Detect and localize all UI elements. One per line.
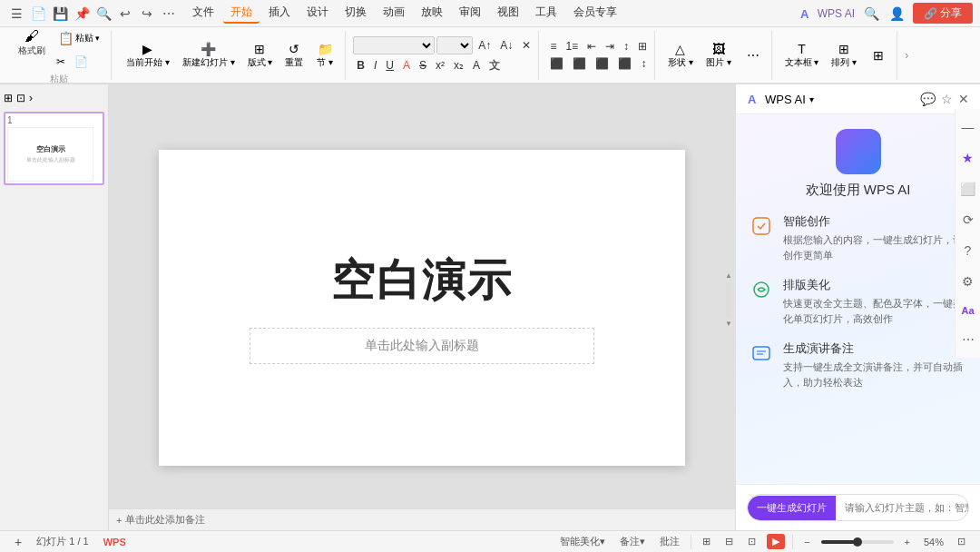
panel-chevron[interactable]: ›: [29, 92, 33, 104]
canvas-scrollbar[interactable]: ▲ ▼: [724, 271, 733, 344]
ai-side-star-icon[interactable]: ★: [958, 147, 977, 169]
text-effect-btn[interactable]: 文: [485, 57, 504, 74]
scroll-up[interactable]: ▲: [725, 271, 732, 280]
numbered-list-btn[interactable]: 1≡: [562, 39, 582, 54]
search-global-icon[interactable]: 🔍: [862, 5, 880, 23]
format-painter-btn[interactable]: 🖌 格式刷: [13, 25, 51, 61]
ai-star-icon[interactable]: ☆: [941, 92, 953, 106]
textbox-btn[interactable]: T 文本框 ▾: [779, 35, 825, 75]
scroll-track[interactable]: [726, 281, 731, 318]
present-btn[interactable]: ▶: [767, 534, 785, 549]
ai-dropdown-icon[interactable]: ▾: [809, 94, 814, 104]
fill-color-btn[interactable]: A: [469, 58, 484, 73]
ai-side-text-icon[interactable]: Aa: [957, 301, 977, 320]
subscript-btn[interactable]: x₂: [450, 58, 467, 73]
shapes-btn[interactable]: △ 形状 ▾: [662, 35, 699, 75]
underline-btn[interactable]: U: [382, 58, 397, 73]
search-icon[interactable]: 🔍: [94, 5, 113, 23]
zoom-out-btn[interactable]: −: [800, 535, 813, 549]
ai-side-settings-icon[interactable]: ⚙: [958, 271, 977, 292]
images-btn[interactable]: 🖼 图片 ▾: [701, 35, 737, 75]
menu-member[interactable]: 会员专享: [566, 3, 624, 24]
menu-start[interactable]: 开始: [223, 3, 260, 24]
pin-icon[interactable]: 📌: [73, 5, 91, 23]
ai-side-copy-icon[interactable]: ⬜: [956, 178, 979, 200]
panel-view-icon[interactable]: ⊡: [16, 92, 25, 104]
decrease-indent-btn[interactable]: ⇤: [583, 39, 600, 54]
align-center-btn[interactable]: ⬛: [569, 56, 590, 71]
new-icon[interactable]: 📄: [29, 5, 47, 23]
add-slide-btn[interactable]: +: [11, 533, 25, 551]
new-slide-btn[interactable]: ➕ 新建幻灯片 ▾: [177, 37, 240, 74]
bullet-list-btn[interactable]: ≡: [546, 39, 560, 54]
menu-animation[interactable]: 动画: [376, 3, 412, 24]
ribbon-collapse-btn[interactable]: ›: [905, 49, 908, 62]
wps-ai-title-btn[interactable]: A WPS AI: [799, 6, 855, 21]
menu-tools[interactable]: 工具: [528, 3, 564, 24]
paste-btn[interactable]: 📋 粘贴 ▾: [53, 25, 105, 52]
strikethrough-btn[interactable]: S: [416, 58, 430, 73]
increase-indent-btn[interactable]: ⇥: [602, 39, 618, 54]
ai-close-icon[interactable]: ✕: [958, 92, 969, 106]
menu-view[interactable]: 视图: [490, 3, 526, 24]
align-right-btn[interactable]: ⬛: [592, 56, 612, 71]
ai-side-refresh-icon[interactable]: ⟳: [959, 209, 977, 231]
zoom-slider[interactable]: [821, 540, 894, 544]
save-icon[interactable]: 💾: [51, 5, 69, 23]
arrange-btn[interactable]: ⊞ 排列 ▾: [826, 35, 862, 75]
more-btn[interactable]: ⊞: [864, 35, 893, 75]
slide-thumbnail-1[interactable]: 1 空白演示 单击此处输入副标题: [4, 112, 104, 185]
menu-design[interactable]: 设计: [299, 3, 336, 24]
slide-title[interactable]: 空白演示: [331, 251, 513, 310]
section-btn[interactable]: 📁 节 ▾: [310, 37, 339, 74]
more-icon[interactable]: ⋯: [160, 5, 178, 23]
ai-topic-input[interactable]: [836, 497, 969, 518]
panel-grid-icon[interactable]: ⊞: [4, 92, 13, 104]
undo-icon[interactable]: ↩: [116, 5, 134, 23]
comment-btn[interactable]: 批注: [656, 533, 683, 550]
wps-status-logo[interactable]: WPS: [100, 535, 130, 549]
align-left-btn[interactable]: ⬛: [546, 56, 567, 71]
font-family-select[interactable]: [353, 36, 435, 54]
font-color-btn[interactable]: A: [399, 58, 414, 73]
fit-page-btn[interactable]: ⊡: [954, 534, 969, 549]
reset-btn[interactable]: ↺ 重置: [279, 37, 309, 74]
text-direction-btn[interactable]: ↕: [637, 56, 650, 71]
decrease-font-btn[interactable]: A↓: [496, 38, 516, 53]
notes-btn[interactable]: 备注▾: [616, 533, 649, 550]
account-icon[interactable]: 👤: [887, 5, 906, 23]
current-layout-btn[interactable]: ▶ 当前开始 ▾: [121, 37, 175, 74]
font-size-select[interactable]: [436, 36, 473, 54]
menu-file[interactable]: 文件: [185, 3, 221, 24]
column-btn[interactable]: ⊞: [634, 39, 651, 54]
clear-format-btn[interactable]: ✕: [518, 38, 534, 53]
normal-view-btn[interactable]: ⊞: [699, 534, 714, 549]
ai-quick-generate-btn[interactable]: 一键生成幻灯片: [748, 496, 836, 520]
line-spacing-btn[interactable]: ↕: [620, 39, 632, 54]
slide-sorter-btn[interactable]: ⊟: [721, 534, 737, 549]
menu-icon[interactable]: ☰: [7, 5, 25, 23]
ai-chat-icon[interactable]: 💬: [920, 92, 936, 106]
menu-insert[interactable]: 插入: [261, 3, 298, 24]
justify-btn[interactable]: ⬛: [614, 56, 635, 71]
add-note-bar[interactable]: + 单击此处添加备注: [109, 508, 735, 530]
read-view-btn[interactable]: ⊡: [744, 534, 760, 549]
bold-btn[interactable]: B: [353, 58, 368, 73]
cut-btn[interactable]: ✂: [53, 53, 69, 71]
redo-icon[interactable]: ↪: [138, 5, 156, 23]
copy-btn[interactable]: 📄: [71, 53, 92, 71]
menu-review[interactable]: 审阅: [452, 3, 488, 24]
scroll-down[interactable]: ▼: [725, 320, 732, 328]
slide-subtitle[interactable]: 单击此处输入副标题: [250, 328, 594, 364]
ai-side-question-icon[interactable]: ?: [961, 240, 975, 261]
slide-canvas[interactable]: 空白演示 单击此处输入副标题: [159, 150, 685, 466]
increase-font-btn[interactable]: A↑: [475, 38, 495, 53]
menu-transition[interactable]: 切换: [338, 3, 374, 24]
more-drawing-btn[interactable]: ⋯: [739, 35, 768, 75]
smart-beauty-btn[interactable]: 智能美化▾: [556, 533, 609, 550]
superscript-btn[interactable]: x²: [432, 58, 448, 73]
ai-side-minimize-icon[interactable]: —: [958, 116, 978, 138]
ai-side-more-icon[interactable]: ⋯: [958, 329, 978, 350]
layout-btn[interactable]: ⊞ 版式 ▾: [242, 37, 279, 74]
italic-btn[interactable]: I: [370, 58, 380, 73]
